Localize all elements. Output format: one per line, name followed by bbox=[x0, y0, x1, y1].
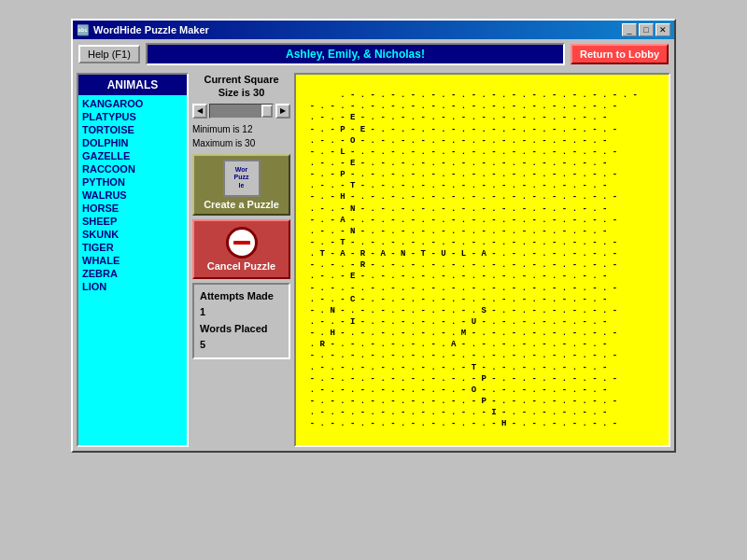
controls-panel: Current SquareSize is 30 ◀ ▶ Minimum is … bbox=[192, 73, 290, 447]
puzzle-icon-text: WorPuzzle bbox=[234, 166, 249, 189]
main-content: ANIMALS KANGAROOPLATYPUSTORTOISEDOLPHING… bbox=[77, 73, 670, 447]
word-list: KANGAROOPLATYPUSTORTOISEDOLPHINGAZELLERA… bbox=[78, 95, 187, 445]
word-item[interactable]: PLATYPUS bbox=[82, 110, 183, 123]
help-button[interactable]: Help (F1) bbox=[78, 45, 140, 63]
create-puzzle-button[interactable]: WorPuzzle Create a Puzzle bbox=[192, 154, 290, 216]
title-bar-controls: _ □ ✕ bbox=[622, 23, 670, 36]
cancel-puzzle-label: Cancel Puzzle bbox=[207, 260, 275, 272]
word-list-panel: ANIMALS KANGAROOPLATYPUSTORTOISEDOLPHING… bbox=[77, 73, 189, 447]
puzzle-grid: . - . - . - . - . - . - . - . - . - . - … bbox=[294, 73, 670, 447]
slider-container: ◀ ▶ bbox=[192, 104, 290, 119]
app-icon: 🔤 bbox=[77, 24, 90, 36]
maximize-button[interactable]: □ bbox=[639, 23, 654, 36]
word-item[interactable]: PYTHON bbox=[82, 175, 183, 189]
stats-section: Attempts Made 1 Words Placed 5 bbox=[192, 283, 290, 359]
cancel-minus-icon bbox=[233, 241, 250, 245]
word-item[interactable]: TORTOISE bbox=[82, 123, 183, 136]
cancel-puzzle-button[interactable]: Cancel Puzzle bbox=[192, 219, 290, 279]
main-window: 🔤 WordHide Puzzle Maker _ □ ✕ Help (F1) … bbox=[71, 19, 676, 453]
slider-thumb[interactable] bbox=[261, 105, 273, 118]
close-button[interactable]: ✕ bbox=[655, 23, 670, 36]
player-name-display: Ashley, Emily, & Nicholas! bbox=[146, 43, 565, 65]
slider-left-arrow[interactable]: ◀ bbox=[192, 104, 207, 119]
slider-track[interactable] bbox=[209, 104, 274, 119]
cancel-icon bbox=[226, 227, 258, 259]
app-title: WordHide Puzzle Maker bbox=[93, 24, 209, 35]
create-puzzle-label: Create a Puzzle bbox=[204, 199, 279, 210]
grid-content: . - . - . - . - . - . - . - . - . - . - … bbox=[300, 91, 638, 428]
attempts-value: 1 bbox=[200, 304, 283, 321]
square-size-label: Current SquareSize is 30 bbox=[192, 73, 290, 100]
words-placed-value: 5 bbox=[200, 337, 283, 354]
word-item[interactable]: ZEBRA bbox=[82, 267, 183, 280]
attempts-label: Attempts Made bbox=[200, 288, 283, 305]
word-item[interactable]: WALRUS bbox=[82, 189, 183, 202]
max-size-label: Maximum is 30 bbox=[192, 136, 290, 150]
word-item[interactable]: SKUNK bbox=[82, 228, 183, 241]
minimize-button[interactable]: _ bbox=[622, 23, 637, 36]
word-item[interactable]: WHALE bbox=[82, 254, 183, 267]
word-item[interactable]: GAZELLE bbox=[82, 149, 183, 162]
word-list-header: ANIMALS bbox=[78, 75, 187, 95]
word-item[interactable]: LION bbox=[82, 280, 183, 293]
puzzle-preview-icon: WorPuzzle bbox=[223, 160, 261, 197]
size-limits: Minimum is 12 Maximum is 30 bbox=[192, 122, 290, 150]
square-size-section: Current SquareSize is 30 ◀ ▶ Minimum is … bbox=[192, 73, 290, 150]
top-bar: Help (F1) Ashley, Emily, & Nicholas! Ret… bbox=[73, 39, 674, 69]
word-item[interactable]: SHEEP bbox=[82, 215, 183, 228]
word-item[interactable]: DOLPHIN bbox=[82, 136, 183, 149]
return-to-lobby-button[interactable]: Return to Lobby bbox=[571, 44, 669, 64]
title-bar-text: 🔤 WordHide Puzzle Maker bbox=[77, 24, 209, 36]
current-square-size-text: Current SquareSize is 30 bbox=[204, 74, 278, 98]
word-item[interactable]: TIGER bbox=[82, 241, 183, 254]
words-placed-label: Words Placed bbox=[200, 321, 283, 338]
min-size-label: Minimum is 12 bbox=[192, 122, 290, 136]
word-item[interactable]: RACCOON bbox=[82, 162, 183, 175]
slider-right-arrow[interactable]: ▶ bbox=[275, 104, 290, 119]
title-bar: 🔤 WordHide Puzzle Maker _ □ ✕ bbox=[73, 21, 674, 39]
word-item[interactable]: HORSE bbox=[82, 202, 183, 215]
word-item[interactable]: KANGAROO bbox=[82, 97, 183, 110]
